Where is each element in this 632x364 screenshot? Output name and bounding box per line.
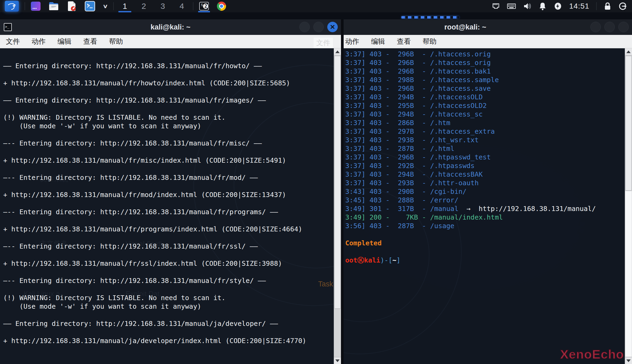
power-manager-tray-button[interactable] [554,2,562,10]
scroll-up-arrow[interactable] [625,48,632,55]
terminal-app-button[interactable] [82,0,97,12]
app-menu-button[interactable] [29,0,43,12]
terminal-line [3,251,330,259]
menu-view[interactable]: 查看 [83,37,97,46]
file-manager-button[interactable] [46,0,61,12]
workspace-3-label: 3 [157,2,168,11]
terminal-line: (!) WARNING: Directory IS LISTABLE. No n… [3,113,330,122]
menu-help[interactable]: 帮助 [109,37,123,46]
chrome-icon [217,2,226,11]
power-bolt-icon [554,2,562,10]
terminal-line: (Use mode '-w' if you want to scan it an… [3,302,330,311]
right-terminal-lines: 3:37] 403 - 296B - /.htaccess.orig3:37] … [345,50,624,265]
keyboard-icon [507,2,516,10]
terminal-line [3,88,330,96]
menu-view[interactable]: 查看 [397,37,411,46]
lock-screen-button[interactable] [604,2,612,10]
logout-button[interactable] [619,2,627,10]
terminal-line [345,247,624,256]
scrollbar-track[interactable] [625,191,632,357]
minimize-button[interactable] [590,22,601,32]
close-button[interactable] [618,22,629,32]
taskbar-separator [193,2,193,10]
scrollbar-thumb[interactable] [625,56,632,191]
workspace-1-label: 1 [119,2,130,11]
volume-tray-button[interactable] [523,2,532,10]
terminal-line: + http://192.168.38.131/manual/fr/misc/i… [3,156,330,165]
terminal-line: 3:37] 403 - 296B - /.htaccess.orig [345,50,624,59]
terminal-line: 3:37] 403 - 294B - /.htaccessOLD [345,93,624,101]
maximize-button[interactable] [604,22,615,32]
terminal-line [3,199,330,208]
scroll-up-arrow[interactable] [334,48,341,55]
terminal-line: —— Entering directory: http://192.168.38… [3,96,330,105]
terminal-line: 3:49] 301 - 317B - /manual → http://192.… [345,205,624,213]
terminal-line: + http://192.168.38.131/manual/fr/progra… [3,225,330,234]
taskbar-tray: 14:51 [492,0,629,12]
terminal-line [3,53,330,62]
maximize-button[interactable] [313,22,324,32]
scroll-down-arrow[interactable] [334,357,341,364]
speaker-icon [523,2,532,10]
background-window-fragment [401,16,459,19]
terminal-window-root: root@kali: ~ 动作 编辑 查看 帮助 3:37] 403 - 296… [344,19,632,364]
terminal-line: 3:56] 403 - 287B - /usage [345,222,624,230]
terminal-line: 3:37] 403 - 296B - /.htaccess.bak1 [345,67,624,76]
terminal-line: —-- Entering directory: http://192.168.3… [3,173,330,182]
terminal-line: 3:37] 403 - 294B - /.htaccess_sc [345,110,624,119]
left-terminal-output[interactable]: 文件系统 主文件夹 Visual Studi... Kali Linux a..… [0,48,341,364]
chevron-down-icon: ∨ [103,3,108,9]
clock[interactable]: 14:51 [569,2,589,10]
menu-file[interactable]: 文件 [6,37,20,46]
terminal-line: + http://192.168.38.131/manual/ja/develo… [3,337,330,345]
workspace-2-button[interactable]: 2 [136,0,151,12]
network-tray-button[interactable] [492,2,500,10]
right-window-menubar: 动作 编辑 查看 帮助 [344,35,632,48]
terminal-line [3,182,330,191]
text-editor-button[interactable] [65,0,79,12]
left-terminal-scrollbar[interactable] [334,48,341,364]
terminal-line [3,165,330,173]
terminal-window-icon: >_ [4,23,12,31]
open-terminal-windows-button[interactable]: 2 [197,0,211,12]
logout-icon [619,2,627,10]
menu-actions[interactable]: 动作 [32,37,46,46]
app-menu-icon [31,2,41,11]
keyboard-tray-button[interactable] [507,2,516,10]
right-terminal-output[interactable]: 3:37] 403 - 296B - /.htaccess.orig3:37] … [344,48,632,364]
watermark: XenoEcho [560,347,624,362]
scrollbar-thumb[interactable] [334,56,341,309]
right-window-titlebar[interactable]: root@kali: ~ [344,19,632,35]
notifications-tray-button[interactable] [539,2,547,10]
terminal-line: —-- Entering directory: http://192.168.3… [3,139,330,148]
kali-logo-icon [5,1,19,12]
workspace-1-button[interactable]: 1 [117,0,133,12]
folder-icon [49,2,59,11]
terminal-line: ootⓀkali)-[~] [345,256,624,265]
right-terminal-scrollbar[interactable] [625,48,632,364]
terminal-line: 3:37] 403 - 296B - /.htaccess.save [345,84,624,93]
window-count-badge: 2 [202,3,209,9]
left-window-titlebar[interactable]: >_ kali@kali: ~ ✕ [0,19,341,35]
terminal-window-kali: >_ kali@kali: ~ ✕ 文件 动作 编辑 查看 帮助 文件 文件系统… [0,19,343,364]
menu-help[interactable]: 帮助 [423,37,437,46]
workspace-4-button[interactable]: 4 [174,0,190,12]
minimize-button[interactable] [299,22,310,32]
terminal-line: 3:37] 403 - 287B - /.html [345,144,624,153]
kali-menu-button[interactable] [3,0,21,12]
taskbar-left-group: ∨ 1 2 3 4 2 [3,0,228,12]
terminal-line: 3:37] 403 - 298B - /.htaccess.sample [345,76,624,84]
workspace-3-button[interactable]: 3 [155,0,170,12]
terminal-dropdown-button[interactable]: ∨ [101,0,110,12]
terminal-line [3,328,330,337]
terminal-line: 3:37] 403 - 297B - /.htaccess_extra [345,127,624,136]
menu-actions[interactable]: 动作 [345,37,359,46]
terminal-line: (!) WARNING: Directory IS LISTABLE. No n… [3,294,330,302]
terminal-line: + http://192.168.38.131/manual/fr/howto/… [3,79,330,88]
scroll-down-arrow[interactable] [625,357,632,364]
chrome-button[interactable] [215,0,228,12]
close-button[interactable]: ✕ [327,22,338,32]
menu-edit[interactable]: 编辑 [371,37,385,46]
menu-edit[interactable]: 编辑 [57,37,71,46]
workspace-2-label: 2 [138,2,149,11]
